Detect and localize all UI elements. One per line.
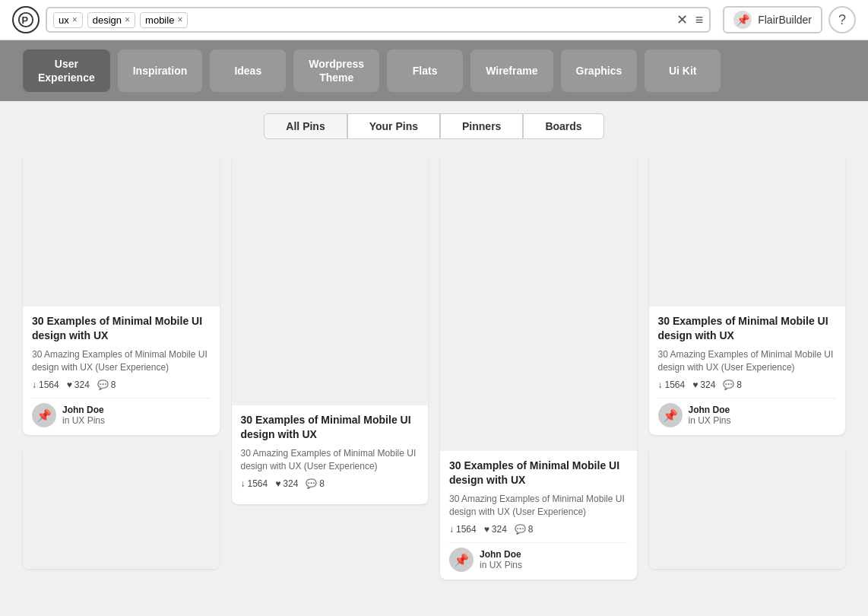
pin-user-name-3: John Doe bbox=[480, 549, 522, 560]
pin-image-3 bbox=[440, 154, 637, 451]
pin-stats-4: ↓ 1564 ♥ 324 💬 8 bbox=[658, 379, 837, 390]
pin-image-8 bbox=[649, 447, 846, 569]
pin-title-2: 30 Examples of Minimal Mobile UI design … bbox=[241, 413, 420, 440]
search-clear-icon[interactable]: ✕ bbox=[676, 11, 688, 28]
pin-stats-3: ↓ 1564 ♥ 324 💬 8 bbox=[449, 524, 628, 535]
category-wireframe[interactable]: Wireframe bbox=[470, 49, 553, 92]
tag-design-label: design bbox=[93, 14, 122, 26]
pin-user-board-1: in UX Pins bbox=[62, 415, 105, 426]
tag-ux-remove[interactable]: × bbox=[72, 14, 78, 25]
pin-avatar-4: 📌 bbox=[658, 403, 683, 427]
like-stat-2: ♥ 324 bbox=[275, 478, 298, 489]
pin-title-3: 30 Examples of Minimal Mobile UI design … bbox=[449, 459, 628, 486]
pin-user-name-1: John Doe bbox=[62, 405, 105, 415]
tab-boards[interactable]: Boards bbox=[523, 113, 603, 139]
category-ideas[interactable]: Ideas bbox=[210, 49, 286, 92]
pin-user-board-3: in UX Pins bbox=[480, 560, 522, 570]
comment-stat-4: 💬 8 bbox=[723, 379, 742, 390]
pin-stats-1: ↓ 1564 ♥ 324 💬 8 bbox=[32, 379, 211, 390]
pin-card-2[interactable]: 30 Examples of Minimal Mobile UI design … bbox=[232, 154, 429, 504]
like-stat-1: ♥ 324 bbox=[67, 379, 90, 390]
pin-avatar-3: 📌 bbox=[449, 548, 474, 572]
pin-user-3[interactable]: 📌 John Doe in UX Pins bbox=[449, 542, 628, 572]
category-inspiration[interactable]: Inspiration bbox=[118, 49, 203, 92]
user-pin-icon: 📌 bbox=[733, 11, 752, 29]
pin-user-4[interactable]: 📌 John Doe in UX Pins bbox=[658, 398, 837, 427]
repin-stat-3: ↓ 1564 bbox=[449, 524, 477, 535]
tag-design-remove[interactable]: × bbox=[125, 14, 130, 25]
pin-image-2 bbox=[232, 154, 429, 405]
header: P ux × design × mobile × ✕ ≡ 📌 FlairBuil… bbox=[0, 0, 868, 40]
tab-pinners[interactable]: Pinners bbox=[440, 113, 523, 139]
like-stat-3: ♥ 324 bbox=[484, 524, 507, 535]
tag-mobile[interactable]: mobile × bbox=[140, 12, 188, 28]
search-menu-icon[interactable]: ≡ bbox=[695, 12, 704, 28]
like-stat-4: ♥ 324 bbox=[692, 379, 715, 390]
category-ui-kit[interactable]: Ui Kit bbox=[645, 49, 721, 92]
tag-mobile-label: mobile bbox=[145, 14, 174, 26]
tab-all-pins[interactable]: All Pins bbox=[264, 113, 347, 139]
pin-title-4: 30 Examples of Minimal Mobile UI design … bbox=[658, 314, 837, 341]
repin-stat-4: ↓ 1564 bbox=[658, 379, 686, 390]
category-flats[interactable]: Flats bbox=[387, 49, 463, 92]
search-input[interactable] bbox=[192, 14, 668, 26]
pin-desc-1: 30 Amazing Examples of Minimal Mobile UI… bbox=[32, 348, 211, 374]
category-user-experience[interactable]: UserExperience bbox=[23, 49, 110, 92]
repin-stat-1: ↓ 1564 bbox=[32, 379, 59, 390]
pin-stats-2: ↓ 1564 ♥ 324 💬 8 bbox=[241, 478, 420, 489]
pin-card-8-partial[interactable] bbox=[649, 447, 846, 569]
pin-card-5-partial[interactable] bbox=[23, 447, 220, 569]
pin-image-1 bbox=[23, 154, 220, 306]
pin-avatar-1: 📌 bbox=[32, 403, 56, 427]
pin-desc-2: 30 Amazing Examples of Minimal Mobile UI… bbox=[241, 447, 420, 473]
pin-user-board-4: in UX Pins bbox=[689, 415, 731, 426]
comment-stat-2: 💬 8 bbox=[306, 478, 325, 489]
comment-stat-3: 💬 8 bbox=[515, 524, 534, 535]
tag-ux-label: ux bbox=[59, 14, 69, 26]
pin-title-1: 30 Examples of Minimal Mobile UI design … bbox=[32, 314, 211, 341]
pin-image-5 bbox=[23, 447, 220, 569]
pin-grid: 30 Examples of Minimal Mobile UI design … bbox=[0, 148, 868, 586]
pinterest-logo[interactable]: P bbox=[12, 6, 40, 33]
pin-desc-4: 30 Amazing Examples of Minimal Mobile UI… bbox=[658, 348, 837, 374]
pin-card-4[interactable]: 30 Examples of Minimal Mobile UI design … bbox=[649, 154, 846, 435]
repin-stat-2: ↓ 1564 bbox=[241, 478, 268, 489]
chat-icon[interactable]: ? bbox=[828, 6, 856, 33]
svg-text:P: P bbox=[22, 14, 29, 26]
pin-image-4 bbox=[649, 154, 846, 306]
pin-card-1[interactable]: 30 Examples of Minimal Mobile UI design … bbox=[23, 154, 220, 435]
pin-user-name-4: John Doe bbox=[689, 405, 731, 415]
comment-stat-1: 💬 8 bbox=[97, 379, 116, 390]
category-wordpress-theme[interactable]: WordpressTheme bbox=[293, 49, 379, 92]
category-nav: UserExperience Inspiration Ideas Wordpre… bbox=[0, 40, 868, 101]
user-name: FlairBuilder bbox=[758, 14, 812, 26]
tag-mobile-remove[interactable]: × bbox=[177, 14, 182, 25]
pin-desc-3: 30 Amazing Examples of Minimal Mobile UI… bbox=[449, 493, 628, 519]
header-right: 📌 FlairBuilder ? bbox=[723, 6, 856, 33]
tag-design[interactable]: design × bbox=[87, 12, 135, 28]
filter-tabs: All Pins Your Pins Pinners Boards bbox=[0, 101, 868, 148]
pin-user-1[interactable]: 📌 John Doe in UX Pins bbox=[32, 398, 211, 427]
category-graphics[interactable]: Graphics bbox=[561, 49, 638, 92]
user-area[interactable]: 📌 FlairBuilder bbox=[723, 6, 822, 33]
pin-card-3[interactable]: 30 Examples of Minimal Mobile UI design … bbox=[440, 154, 637, 579]
tab-your-pins[interactable]: Your Pins bbox=[347, 113, 440, 139]
search-bar: ux × design × mobile × ✕ ≡ bbox=[46, 7, 711, 33]
tag-ux[interactable]: ux × bbox=[53, 12, 83, 28]
